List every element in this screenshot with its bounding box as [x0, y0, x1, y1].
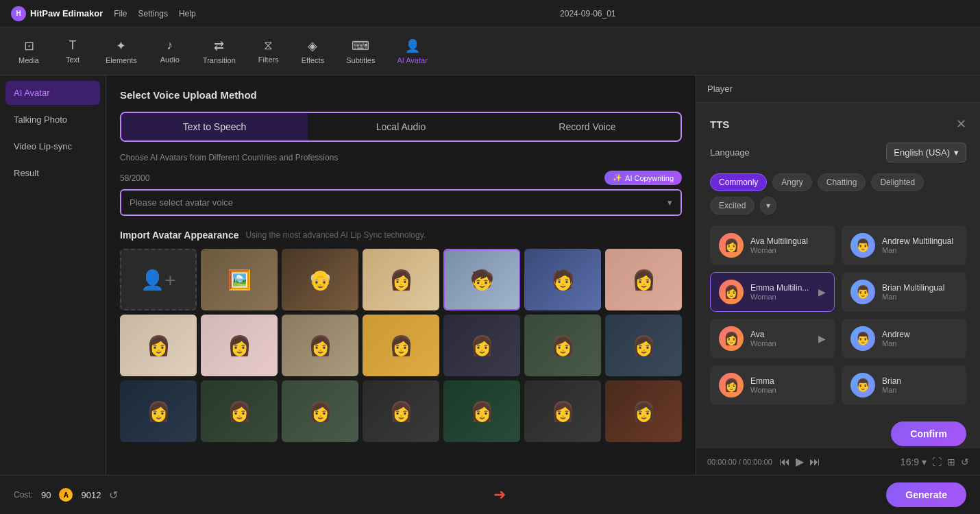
ai-avatar-icon: 👤: [405, 38, 420, 53]
voice-info-emma-multilin: Emma Multilin... Woman: [750, 283, 811, 301]
voice-type-emma-multilin: Woman: [750, 293, 811, 301]
avatar-cell-2[interactable]: 👴: [282, 249, 358, 310]
voice-info-emma: Emma Woman: [750, 376, 826, 394]
voice-selector[interactable]: Please select avatar voice ▾: [120, 189, 682, 216]
menu-settings[interactable]: Settings: [138, 9, 168, 19]
toolbar-media[interactable]: ⊡ Media: [8, 34, 49, 69]
rotate-icon[interactable]: ↺: [961, 456, 969, 467]
panel-title: Select Voice Upload Method: [120, 89, 682, 101]
emotion-commonly[interactable]: Commonly: [710, 173, 767, 191]
player-next-button[interactable]: ⏭: [809, 456, 820, 468]
voice-tab-tts[interactable]: Text to Speech: [121, 113, 308, 140]
crop-icon[interactable]: ⊞: [947, 456, 955, 467]
coin-count: 9012: [81, 490, 101, 500]
audio-icon: ♪: [167, 38, 173, 53]
avatar-cell-4[interactable]: 🧒: [443, 249, 520, 310]
sidebar-item-talking-photo[interactable]: Talking Photo: [5, 108, 100, 132]
voice-play-emma-icon[interactable]: ▶: [818, 286, 826, 297]
avatar-add-cell[interactable]: 👤+: [120, 249, 197, 310]
avatar-cell-6[interactable]: 👩: [605, 249, 682, 310]
emotion-chatting[interactable]: Chatting: [818, 173, 866, 191]
avatar-cell-17[interactable]: 👩: [363, 380, 439, 442]
menu-file[interactable]: File: [114, 9, 127, 19]
toolbar-text[interactable]: T Text: [52, 34, 93, 68]
tts-close-button[interactable]: ✕: [956, 117, 966, 132]
voice-tab-record[interactable]: Record Voice: [494, 113, 681, 140]
avatar-cell-19[interactable]: 👩: [524, 380, 601, 442]
avatar-cell-20[interactable]: 👩: [605, 380, 682, 442]
avatar-cell-10[interactable]: 👩: [363, 315, 439, 376]
avatar-cell-12[interactable]: 👩: [524, 315, 601, 376]
top-bar: H HitPaw Edimakor File Settings Help 202…: [0, 0, 980, 27]
voice-avatar-emma-multilin: 👩: [719, 280, 744, 304]
elements-icon: ✦: [116, 38, 126, 53]
avatar-cell-16[interactable]: 👩: [282, 380, 358, 442]
toolbar-effects[interactable]: ◈ Effects: [292, 34, 334, 69]
sidebar-item-video-lip-sync[interactable]: Video Lip-sync: [5, 134, 100, 158]
right-panel: Player TTS ✕ Language English (USA) ▾ Co…: [696, 75, 980, 475]
fullscreen-icon[interactable]: ⛶: [932, 456, 942, 467]
toolbar-media-label: Media: [19, 56, 39, 64]
voice-avatar-brian: 👨: [850, 373, 875, 397]
voice-card-brian-multilingual[interactable]: 👨 Brian Multilingual Man: [842, 272, 966, 312]
emotion-more-button[interactable]: ▾: [760, 197, 776, 215]
voice-name-andrew: Andrew: [882, 330, 957, 339]
avatar-cell-9[interactable]: 👩: [282, 315, 358, 376]
voice-type-brian: Man: [882, 386, 957, 394]
confirm-button[interactable]: Confirm: [891, 421, 966, 446]
avatar-cell-8[interactable]: 👩: [201, 315, 278, 376]
toolbar-transition[interactable]: ⇄ Transition: [193, 34, 245, 69]
import-sub: Using the most advanced AI Lip Sync tech…: [246, 230, 426, 240]
voice-info-andrew: Andrew Man: [882, 330, 957, 347]
toolbar-text-label: Text: [66, 56, 79, 64]
emotion-excited[interactable]: Excited: [710, 197, 755, 215]
toolbar-subtitles[interactable]: ⌨ Subtitles: [336, 34, 384, 69]
avatar-cell-7[interactable]: 👩: [120, 315, 197, 376]
app-name: HitPaw Edimakor: [30, 8, 103, 19]
voice-card-emma[interactable]: 👩 Emma Woman: [710, 365, 835, 405]
avatar-cell-1[interactable]: 🖼️: [201, 249, 278, 310]
voice-info-ava-multilingual: Ava Multilingual Woman: [750, 236, 826, 254]
refresh-button[interactable]: ↺: [109, 489, 118, 502]
avatar-cell-18[interactable]: 👩: [443, 380, 520, 442]
voice-play-ava-icon[interactable]: ▶: [818, 333, 826, 344]
emotion-tags: Commonly Angry Chatting Delighted Excite…: [710, 173, 966, 215]
text-counter: 58/2000: [120, 173, 149, 183]
player-prev-button[interactable]: ⏮: [779, 456, 790, 468]
voice-type-andrew-multilingual: Man: [882, 246, 957, 254]
aspect-ratio-selector[interactable]: 16:9 ▾: [901, 456, 927, 467]
emotion-angry[interactable]: Angry: [772, 173, 811, 191]
voice-avatar-andrew: 👨: [850, 326, 875, 351]
voice-type-emma: Woman: [750, 386, 826, 394]
generate-button[interactable]: Generate: [886, 482, 966, 507]
menu-help[interactable]: Help: [179, 9, 196, 19]
sidebar-item-result[interactable]: Result: [5, 161, 100, 185]
toolbar-filters[interactable]: ⧖ Filters: [248, 34, 289, 68]
voice-card-brian[interactable]: 👨 Brian Man: [842, 365, 966, 405]
avatar-cell-13[interactable]: 👩: [605, 315, 682, 376]
avatar-cell-15[interactable]: 👩: [201, 380, 278, 442]
voice-card-emma-multilin[interactable]: 👩 Emma Multilin... Woman ▶: [710, 272, 835, 312]
language-select[interactable]: English (USA) ▾: [886, 143, 966, 162]
center-panel: Select Voice Upload Method Text to Speec…: [106, 75, 696, 475]
toolbar-elements[interactable]: ✦ Elements: [96, 34, 147, 69]
voice-card-andrew[interactable]: 👨 Andrew Man: [842, 319, 966, 358]
voice-card-andrew-multilingual[interactable]: 👨 Andrew Multilingual Man: [842, 225, 966, 265]
avatar-cell-14[interactable]: 👩: [120, 380, 197, 442]
avatar-cell-11[interactable]: 👩: [443, 315, 520, 376]
voice-card-ava-multilingual[interactable]: 👩 Ava Multilingual Woman: [710, 225, 835, 265]
voice-grid: 👩 Ava Multilingual Woman 👨 Andrew Multil…: [710, 225, 966, 405]
voice-avatar-brian-multilingual: 👨: [850, 280, 875, 304]
add-avatar-icon: 👤+: [140, 269, 175, 291]
voice-card-ava[interactable]: 👩 Ava Woman ▶: [710, 319, 835, 358]
sidebar-item-ai-avatar[interactable]: AI Avatar: [5, 81, 100, 105]
player-play-button[interactable]: ▶: [796, 455, 804, 468]
toolbar-audio[interactable]: ♪ Audio: [149, 34, 191, 68]
ai-copy-button[interactable]: ✨ AI Copywriting: [604, 171, 682, 185]
voice-info-brian-multilingual: Brian Multilingual Man: [882, 283, 957, 301]
toolbar-ai-avatar[interactable]: 👤 AI Avatar: [387, 34, 437, 69]
voice-tab-local[interactable]: Local Audio: [308, 113, 494, 140]
avatar-cell-3[interactable]: 👩: [363, 249, 439, 310]
emotion-delighted[interactable]: Delighted: [871, 173, 924, 191]
avatar-cell-5[interactable]: 🧑: [524, 249, 601, 310]
